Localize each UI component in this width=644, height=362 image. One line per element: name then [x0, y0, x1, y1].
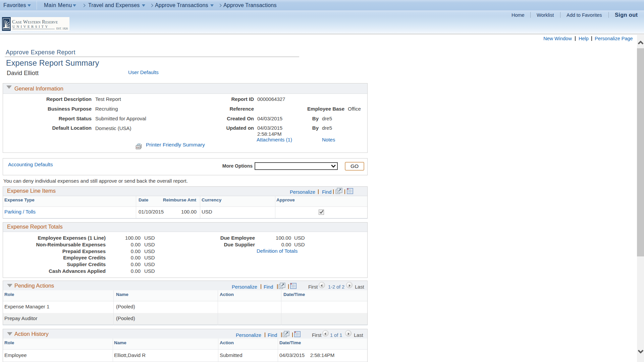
svg-text:UNIVERSITY: UNIVERSITY: [12, 24, 49, 28]
svg-text:Case Western Reserve: Case Western Reserve: [12, 19, 58, 24]
svg-text:EST. 1826: EST. 1826: [56, 27, 68, 30]
